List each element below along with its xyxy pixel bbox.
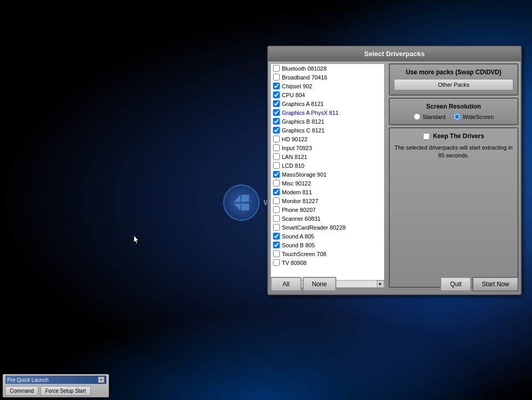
right-panel: Use more packs (Swap CD\DVD) Other Packs… xyxy=(387,61,521,290)
label-sound_a: Sound A 805 xyxy=(282,233,314,239)
label-modem: Modem 811 xyxy=(282,189,312,195)
checkbox-misc[interactable] xyxy=(273,180,280,186)
label-misc: Misc 90122 xyxy=(282,180,311,186)
label-scanner: Scanner 60831 xyxy=(282,216,321,222)
checkbox-bluetooth[interactable] xyxy=(273,65,280,72)
label-touchscreen: TouchScreen 708 xyxy=(282,251,326,257)
checkbox-monitor[interactable] xyxy=(273,197,280,204)
checklist-item-cpu: CPU 804 xyxy=(271,90,384,99)
widescreen-label: WideScreen xyxy=(462,114,494,120)
checkbox-massstorage[interactable] xyxy=(273,171,280,178)
resolution-box: Screen Resolution Standard WideScreen xyxy=(389,98,519,125)
keep-drivers-checkbox[interactable] xyxy=(423,133,430,140)
label-monitor: Monitor 81227 xyxy=(282,198,318,204)
checklist-item-phone: Phone 80207 xyxy=(271,205,384,214)
label-hd: HD 90122 xyxy=(282,136,308,142)
label-cpu: CPU 804 xyxy=(282,92,305,98)
checklist-item-misc: Misc 90122 xyxy=(271,179,384,188)
checkbox-tv[interactable] xyxy=(273,259,280,266)
checkbox-hd[interactable] xyxy=(273,136,280,142)
checklist-item-touchscreen: TouchScreen 708 xyxy=(271,249,384,258)
label-input: Input 70923 xyxy=(282,145,312,151)
label-graphics_a: Graphics A 8121 xyxy=(282,101,324,107)
checkbox-sound_a[interactable] xyxy=(273,233,280,239)
label-phone: Phone 80207 xyxy=(282,207,316,213)
force-setup-start-button[interactable]: Force Setup Start xyxy=(40,386,90,396)
label-lan: LAN 8121 xyxy=(282,154,307,160)
standard-resolution-option: Standard xyxy=(414,113,446,120)
checklist-item-broadband: Broadband 70416 xyxy=(271,73,384,82)
label-lcd: LCD 810 xyxy=(282,163,304,169)
pql-titlebar: Pre Quick Launch × xyxy=(5,376,106,384)
label-graphics_c: Graphics C 8121 xyxy=(282,127,325,134)
all-button[interactable]: All xyxy=(270,277,302,291)
label-tv: TV 80908 xyxy=(282,260,307,266)
dialog-body: Bluetooth 081028Broadband 70416Chipset 9… xyxy=(268,61,521,290)
label-broadband: Broadband 70416 xyxy=(282,74,327,81)
keep-drivers-box: Keep The Drivers The selected driverpack… xyxy=(389,127,519,288)
resolution-title: Screen Resolution xyxy=(394,103,513,110)
quit-button[interactable]: Quit xyxy=(440,277,471,291)
checklist-item-sound_b: Sound B 805 xyxy=(271,241,384,249)
pql-close-button[interactable]: × xyxy=(98,377,104,383)
checkbox-touchscreen[interactable] xyxy=(273,250,280,257)
label-massstorage: MassStorage 901 xyxy=(282,171,326,178)
dialog-title: Select Driverpacks xyxy=(268,47,521,61)
checklist-item-lcd: LCD 810 xyxy=(271,161,384,170)
label-graphics_a_physx: Graphics A PhysX 811 xyxy=(282,110,338,116)
checkbox-broadband[interactable] xyxy=(273,74,280,81)
pql-buttons: Command Force Setup Start xyxy=(5,386,106,396)
label-smartcard: SmartCardReader 80228 xyxy=(282,224,346,231)
command-button[interactable]: Command xyxy=(5,386,38,396)
checklist-item-graphics_b: Graphics B 8121 xyxy=(271,117,384,126)
label-graphics_b: Graphics B 8121 xyxy=(282,118,324,125)
windows-logo-circle xyxy=(223,184,260,221)
widescreen-resolution-option: WideScreen xyxy=(454,113,494,120)
checklist-scroll[interactable]: Bluetooth 081028Broadband 70416Chipset 9… xyxy=(271,64,384,280)
select-driverpacks-dialog: Select Driverpacks Bluetooth 081028Broad… xyxy=(267,46,522,295)
checkbox-chipset[interactable] xyxy=(273,83,280,89)
checklist-item-modem: Modem 811 xyxy=(271,188,384,196)
label-sound_b: Sound B 805 xyxy=(282,242,315,248)
checkbox-graphics_c[interactable] xyxy=(273,127,280,134)
checkbox-lan[interactable] xyxy=(273,153,280,160)
checkbox-smartcard[interactable] xyxy=(273,224,280,231)
checkbox-phone[interactable] xyxy=(273,206,280,213)
checkbox-modem[interactable] xyxy=(273,189,280,195)
checklist-item-lan: LAN 8121 xyxy=(271,152,384,161)
checklist-item-smartcard: SmartCardReader 80228 xyxy=(271,223,384,232)
resolution-options: Standard WideScreen xyxy=(394,113,513,120)
checklist-item-chipset: Chipset 902 xyxy=(271,82,384,90)
checklist-item-input: Input 70923 xyxy=(271,143,384,152)
label-chipset: Chipset 902 xyxy=(282,83,312,89)
checkbox-scanner[interactable] xyxy=(273,215,280,222)
checkbox-graphics_a_physx[interactable] xyxy=(273,109,280,116)
checkbox-cpu[interactable] xyxy=(273,91,280,98)
checklist-item-hd: HD 90122 xyxy=(271,135,384,143)
checklist-item-graphics_a: Graphics A 8121 xyxy=(271,99,384,108)
keep-drivers-header: Keep The Drivers xyxy=(394,132,513,140)
checkbox-lcd[interactable] xyxy=(273,162,280,169)
dialog-footer: All None Quit Start Now xyxy=(268,274,521,294)
other-packs-button[interactable]: Other Packs xyxy=(394,79,513,90)
checklist-item-graphics_c: Graphics C 8121 xyxy=(271,126,384,135)
checklist-item-bluetooth: Bluetooth 081028 xyxy=(271,64,384,73)
checkbox-input[interactable] xyxy=(273,144,280,151)
keep-drivers-label: Keep The Drivers xyxy=(433,132,484,140)
standard-radio[interactable] xyxy=(414,113,420,120)
checklist-item-tv: TV 80908 xyxy=(271,258,384,267)
widescreen-radio[interactable] xyxy=(454,113,460,120)
swap-cd-dvd-title: Use more packs (Swap CD\DVD) xyxy=(394,69,513,76)
checkbox-sound_b[interactable] xyxy=(273,242,280,248)
checklist-item-massstorage: MassStorage 901 xyxy=(271,170,384,179)
checkbox-graphics_a[interactable] xyxy=(273,100,280,107)
checkbox-graphics_b[interactable] xyxy=(273,118,280,125)
pql-title: Pre Quick Launch xyxy=(7,377,49,383)
start-now-button[interactable]: Start Now xyxy=(472,277,519,291)
pre-quick-launch-bar: Pre Quick Launch × Command Force Setup S… xyxy=(3,374,109,397)
none-button[interactable]: None xyxy=(303,277,336,291)
checklist-panel: Bluetooth 081028Broadband 70416Chipset 9… xyxy=(270,63,385,288)
standard-label: Standard xyxy=(422,114,446,120)
checklist-item-sound_a: Sound A 805 xyxy=(271,232,384,241)
swap-cd-dvd-box: Use more packs (Swap CD\DVD) Other Packs xyxy=(389,63,519,96)
